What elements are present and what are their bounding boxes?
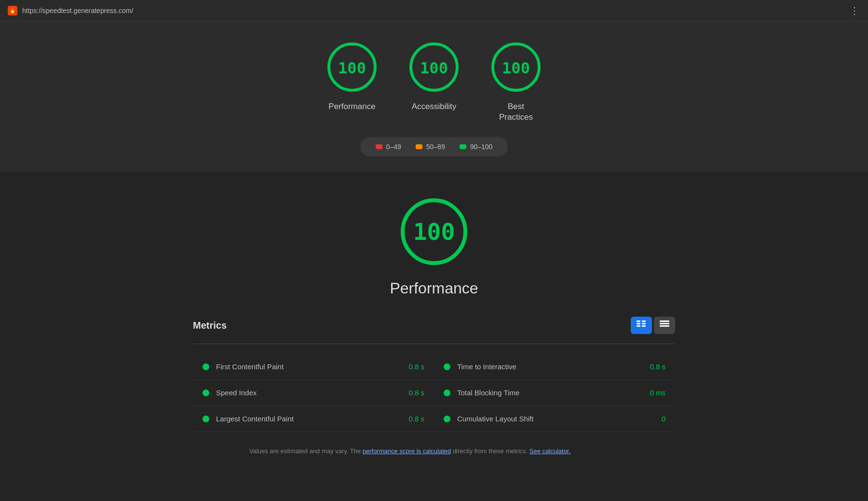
accessibility-circle-svg: 100 <box>407 41 461 94</box>
metric-row-tbt: Total Blocking Time 0 ms <box>434 380 675 406</box>
metric-name-tti: Time to Interactive <box>457 362 643 371</box>
detail-section-title: Performance <box>390 279 478 297</box>
metric-dot-fcp <box>203 363 209 370</box>
main-content: 100 Performance 100 Accessibility 100 <box>0 21 868 501</box>
legend-range-pass: 90–100 <box>470 143 493 151</box>
legend-item-fail: 0–49 <box>376 143 401 151</box>
browser-bar: 🔥 https://speedtest.generatepress.com/ ⋮ <box>0 0 868 21</box>
score-item-best-practices: 100 BestPractices <box>489 41 542 123</box>
list-view-icon <box>660 320 669 330</box>
metric-name-tbt: Total Blocking Time <box>457 389 643 397</box>
metric-row-si: Speed Index 0.8 s <box>193 380 434 406</box>
metric-row-fcp: First Contentful Paint 0.8 s <box>193 354 434 380</box>
metric-dot-cls <box>444 416 450 422</box>
performance-label: Performance <box>328 101 375 112</box>
metric-dot-tti <box>444 363 450 370</box>
legend-range-average: 50–89 <box>426 143 445 151</box>
metric-value-cls: 0 <box>662 415 665 423</box>
svg-text:100: 100 <box>338 59 366 77</box>
calculator-link[interactable]: See calculator. <box>529 447 570 455</box>
view-toggle <box>631 317 675 334</box>
metric-name-lcp: Largest Contentful Paint <box>216 415 402 423</box>
grid-view-icon <box>637 320 646 330</box>
scores-row: 100 Performance 100 Accessibility 100 <box>326 41 542 123</box>
svg-rect-14 <box>637 325 640 327</box>
url-bar[interactable]: https://speedtest.generatepress.com/ <box>22 7 133 14</box>
svg-rect-18 <box>660 320 669 322</box>
metric-dot-lcp <box>203 416 209 422</box>
footer-note: Values are estimated and may vary. The p… <box>193 446 627 456</box>
browser-menu-button[interactable]: ⋮ <box>850 5 860 16</box>
footer-middle-text: directly from these metrics. <box>451 447 529 455</box>
metrics-divider <box>193 344 675 344</box>
svg-rect-16 <box>642 323 646 324</box>
svg-text:100: 100 <box>420 59 448 77</box>
metric-value-si: 0.8 s <box>408 389 424 397</box>
metric-dot-tbt <box>444 390 450 396</box>
metric-row-cls: Cumulative Layout Shift 0 <box>434 406 675 432</box>
metric-value-tbt: 0 ms <box>650 389 665 397</box>
best-practices-label: BestPractices <box>499 101 533 123</box>
detail-section: 100 Performance Metrics <box>0 171 868 475</box>
legend-dot-orange <box>416 144 422 149</box>
metric-name-fcp: First Contentful Paint <box>216 362 402 371</box>
svg-rect-13 <box>637 323 640 324</box>
legend-item-pass: 90–100 <box>460 143 493 151</box>
svg-rect-17 <box>642 325 646 327</box>
metrics-container: Metrics <box>193 317 675 456</box>
metric-value-tti: 0.8 s <box>650 362 665 371</box>
favicon: 🔥 <box>8 6 17 15</box>
svg-text:100: 100 <box>502 59 530 77</box>
metric-row-tti: Time to Interactive 0.8 s <box>434 354 675 380</box>
accessibility-label: Accessibility <box>412 101 457 112</box>
svg-rect-15 <box>642 320 646 322</box>
metric-dot-si <box>203 390 209 396</box>
footer-note-text: Values are estimated and may vary. The <box>249 447 363 455</box>
legend: 0–49 50–89 90–100 <box>360 137 508 156</box>
metric-row-lcp: Largest Contentful Paint 0.8 s <box>193 406 434 432</box>
score-item-accessibility: 100 Accessibility <box>407 41 461 112</box>
metric-name-cls: Cumulative Layout Shift <box>457 415 655 423</box>
metric-name-si: Speed Index <box>216 389 402 397</box>
legend-range-fail: 0–49 <box>386 143 401 151</box>
metric-value-lcp: 0.8 s <box>408 415 424 423</box>
svg-rect-19 <box>660 323 669 324</box>
list-view-button[interactable] <box>654 317 675 334</box>
top-scores-section: 100 Performance 100 Accessibility 100 <box>0 21 868 171</box>
svg-rect-20 <box>660 325 669 327</box>
svg-rect-12 <box>637 320 640 322</box>
score-item-performance: 100 Performance <box>326 41 379 112</box>
metrics-title: Metrics <box>193 320 227 331</box>
metric-value-fcp: 0.8 s <box>408 362 424 371</box>
big-performance-circle: 100 <box>398 195 470 268</box>
metrics-header: Metrics <box>193 317 675 334</box>
performance-circle-svg: 100 <box>326 41 379 94</box>
legend-dot-red <box>376 144 382 149</box>
svg-text:100: 100 <box>413 218 455 245</box>
metrics-grid: First Contentful Paint 0.8 s Time to Int… <box>193 354 675 432</box>
grid-view-button[interactable] <box>631 317 652 334</box>
performance-score-link[interactable]: performance score is calculated <box>363 447 451 455</box>
legend-dot-green <box>460 144 466 149</box>
legend-item-average: 50–89 <box>416 143 445 151</box>
best-practices-circle-svg: 100 <box>489 41 542 94</box>
